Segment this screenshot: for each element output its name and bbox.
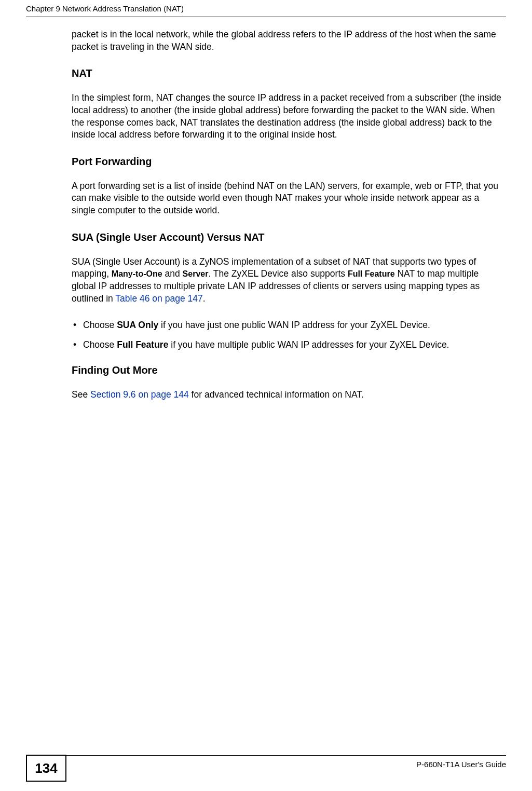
- sua-text-mid1: and: [162, 268, 183, 279]
- paragraph-finding-out-more: See Section 9.6 on page 144 for advanced…: [72, 389, 503, 401]
- sua-bold-server: Server: [183, 269, 209, 278]
- document-page: Chapter 9 Network Address Translation (N…: [0, 0, 532, 791]
- link-table-46[interactable]: Table 46 on page 147: [115, 293, 202, 304]
- bullet-text-pre: Choose: [83, 320, 117, 330]
- bullet-text-pre: Choose: [83, 339, 117, 350]
- bullet-bold-full-feature: Full Feature: [117, 339, 168, 350]
- page-header: Chapter 9 Network Address Translation (N…: [26, 4, 506, 17]
- heading-nat: NAT: [72, 67, 503, 79]
- guide-label: P-660N-T1A User's Guide: [416, 760, 506, 769]
- heading-sua: SUA (Single User Account) Versus NAT: [72, 231, 503, 243]
- page-number: 134: [26, 755, 66, 782]
- link-section-9-6[interactable]: Section 9.6 on page 144: [90, 389, 189, 400]
- bullet-text-post: if you have just one public WAN IP addre…: [158, 320, 430, 330]
- sua-bold-many-to-one: Many-to-One: [112, 269, 162, 278]
- heading-port-forwarding: Port Forwarding: [72, 156, 503, 168]
- fom-text-pre: See: [72, 389, 90, 400]
- page-footer: 134 P-660N-T1A User's Guide: [26, 755, 506, 781]
- heading-finding-out-more: Finding Out More: [72, 364, 503, 376]
- bullet-bold-sua-only: SUA Only: [117, 320, 158, 330]
- sua-text-mid2: . The ZyXEL Device also supports: [208, 268, 347, 279]
- paragraph-sua: SUA (Single User Account) is a ZyNOS imp…: [72, 256, 503, 305]
- page-content: packet is in the local network, while th…: [72, 29, 503, 416]
- list-item: Choose SUA Only if you have just one pub…: [72, 319, 503, 332]
- chapter-title: Chapter 9 Network Address Translation (N…: [26, 4, 184, 13]
- paragraph-nat: In the simplest form, NAT changes the so…: [72, 92, 503, 141]
- sua-text-tail: .: [203, 293, 206, 304]
- sua-bold-full-feature: Full Feature: [348, 269, 395, 278]
- list-item: Choose Full Feature if you have multiple…: [72, 339, 503, 351]
- bullet-text-post: if you have multiple public WAN IP addre…: [168, 339, 449, 350]
- paragraph-port-forwarding: A port forwarding set is a list of insid…: [72, 180, 503, 217]
- sua-bullet-list: Choose SUA Only if you have just one pub…: [72, 319, 503, 351]
- fom-text-post: for advanced technical information on NA…: [189, 389, 364, 400]
- intro-paragraph: packet is in the local network, while th…: [72, 29, 503, 53]
